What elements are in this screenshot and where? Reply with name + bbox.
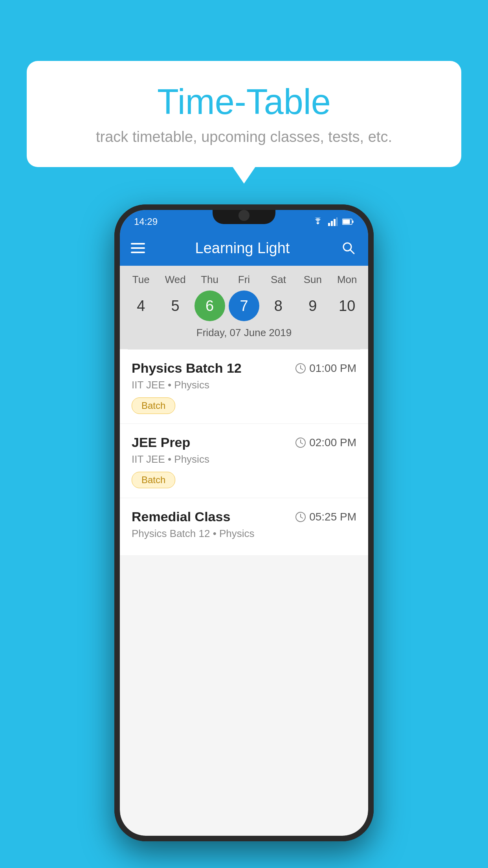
day-10[interactable]: 10 (332, 291, 362, 321)
svg-rect-2 (334, 219, 336, 226)
wifi-icon (312, 217, 323, 226)
day-numbers-row: 4 5 6 7 8 9 10 (120, 291, 368, 321)
day-name-sun: Sun (297, 274, 328, 286)
front-camera (238, 210, 250, 221)
bubble-title: Time-Table (50, 83, 438, 121)
phone-mockup-container: 14:29 (27, 204, 461, 841)
svg-line-17 (301, 517, 303, 518)
class-name-2: Remedial Class (132, 509, 230, 524)
status-time: 14:29 (134, 216, 158, 227)
svg-line-8 (350, 250, 354, 254)
svg-rect-5 (352, 221, 354, 223)
class-time-1: 02:00 PM (295, 436, 356, 449)
class-name-1: JEE Prep (132, 435, 190, 450)
batch-badge-1: Batch (132, 472, 175, 488)
selected-date-label: Friday, 07 June 2019 (120, 321, 368, 345)
svg-rect-1 (331, 221, 333, 226)
clock-icon-2 (295, 511, 306, 522)
class-item-header-1: JEE Prep 02:00 PM (132, 435, 356, 450)
clock-icon-0 (295, 363, 306, 374)
signal-icon (328, 217, 338, 226)
app-title: Learning Light (154, 240, 330, 257)
class-item-0[interactable]: Physics Batch 12 01:00 PM IIT JEE • Phys… (120, 349, 368, 424)
class-list: Physics Batch 12 01:00 PM IIT JEE • Phys… (120, 349, 368, 556)
day-8[interactable]: 8 (263, 291, 294, 321)
class-item-1[interactable]: JEE Prep 02:00 PM IIT JEE • Physics Batc… (120, 424, 368, 498)
day-name-fri: Fri (229, 274, 259, 286)
class-item-header-2: Remedial Class 05:25 PM (132, 509, 356, 524)
day-7-selected[interactable]: 7 (229, 291, 259, 321)
class-subject-2: Physics Batch 12 • Physics (132, 528, 356, 540)
day-name-sat: Sat (263, 274, 294, 286)
day-6-today[interactable]: 6 (194, 291, 225, 321)
speech-bubble-section: Time-Table track timetable, upcoming cla… (27, 61, 461, 167)
day-name-mon: Mon (332, 274, 362, 286)
phone-screen: 14:29 (120, 210, 368, 836)
class-name-0: Physics Batch 12 (132, 360, 242, 376)
search-button[interactable] (340, 239, 357, 257)
class-time-2: 05:25 PM (295, 511, 356, 523)
class-item-2[interactable]: Remedial Class 05:25 PM Physics Batch 12… (120, 498, 368, 556)
day-4[interactable]: 4 (126, 291, 156, 321)
speech-bubble: Time-Table track timetable, upcoming cla… (27, 61, 461, 167)
bubble-subtitle: track timetable, upcoming classes, tests… (50, 129, 438, 145)
app-bar: Learning Light (120, 230, 368, 266)
day-9[interactable]: 9 (297, 291, 328, 321)
day-name-wed: Wed (160, 274, 191, 286)
clock-icon-1 (295, 437, 306, 448)
svg-line-14 (301, 443, 303, 444)
status-icons (312, 217, 354, 226)
class-time-0: 01:00 PM (295, 362, 356, 375)
class-item-header-0: Physics Batch 12 01:00 PM (132, 360, 356, 376)
svg-rect-6 (343, 220, 350, 224)
battery-icon (342, 218, 354, 225)
batch-badge-0: Batch (132, 397, 175, 414)
svg-rect-3 (336, 217, 338, 226)
day-name-thu: Thu (194, 274, 225, 286)
class-subject-1: IIT JEE • Physics (132, 453, 356, 465)
phone-device: 14:29 (114, 204, 374, 841)
svg-rect-0 (328, 223, 330, 226)
calendar-strip: Tue Wed Thu Fri Sat Sun Mon 4 5 6 7 8 9 … (120, 266, 368, 349)
day-5[interactable]: 5 (160, 291, 191, 321)
day-names-row: Tue Wed Thu Fri Sat Sun Mon (120, 274, 368, 286)
svg-line-11 (301, 368, 303, 370)
class-subject-0: IIT JEE • Physics (132, 379, 356, 391)
day-name-tue: Tue (126, 274, 156, 286)
menu-icon[interactable] (131, 243, 145, 253)
